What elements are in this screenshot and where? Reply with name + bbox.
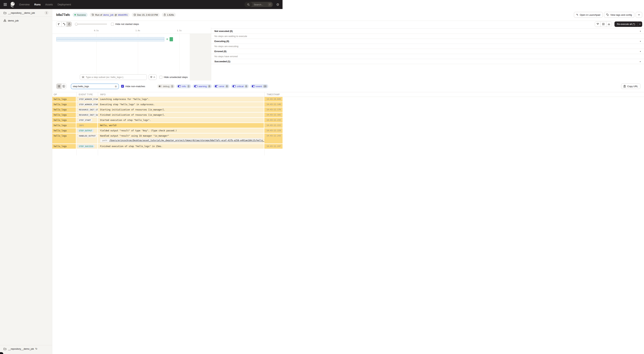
sidebar-repo-header[interactable]: __repository__demo_job 1 bbox=[0, 9, 52, 17]
log-row[interactable]: hello_logsSTEP_OUTPUTYielded output "res… bbox=[52, 128, 282, 133]
hide-not-started-checkbox[interactable]: Hide not started steps bbox=[111, 23, 139, 26]
step-section-errored[interactable]: Errored (0)▾ bbox=[211, 49, 282, 54]
nav-link-overview[interactable]: Overview bbox=[19, 3, 30, 6]
step-status-panel: Not executed (0)▾No steps are waiting to… bbox=[211, 28, 282, 80]
log-row[interactable]: hello_logsSTEP_WORKER_STARTEDExecuting s… bbox=[52, 102, 282, 107]
log-row[interactable]: hello_logsRESOURCE_INIT_SUCC…Finished in… bbox=[52, 113, 282, 117]
structured-view-icon bbox=[62, 85, 65, 88]
clear-filter-icon[interactable]: ⊗ bbox=[114, 85, 117, 88]
log-level-error[interactable]: error0 bbox=[213, 84, 230, 88]
log-op-cell: hello_logs bbox=[52, 102, 76, 107]
log-info-cell: Launching subprocess for "hello_logs". bbox=[98, 97, 264, 102]
gear-icon[interactable]: ⚙ bbox=[276, 3, 279, 6]
nav-link-runs[interactable]: Runs bbox=[34, 3, 40, 6]
log-op-cell: hello_logs bbox=[52, 97, 76, 102]
log-row[interactable]: hello_logsINFOHello, world!14:43:12.222 bbox=[52, 123, 282, 128]
log-event-type-cell: RESOURCE_INIT_STAR… bbox=[76, 107, 98, 112]
log-level-info[interactable]: info1 bbox=[176, 84, 191, 88]
log-op-cell: hello_logs bbox=[52, 128, 76, 133]
stream-view-button[interactable] bbox=[56, 84, 61, 89]
log-timestamp-cell: 14:43:12.222 bbox=[264, 123, 282, 128]
graph-query-toggle-button[interactable] bbox=[149, 74, 156, 80]
log-message: Launching subprocess for "hello_logs". bbox=[100, 98, 262, 100]
step-section-executing[interactable]: Executing (0)▾ bbox=[211, 39, 282, 44]
log-op-cell: hello_logs bbox=[52, 113, 76, 117]
commit-link[interactable]: b6eb0f91 bbox=[118, 14, 128, 16]
structured-view-button[interactable] bbox=[61, 84, 66, 89]
hide-unselected-label: Hide unselected steps bbox=[164, 76, 188, 79]
log-row[interactable]: hello_logsSTEP_WORKER_STARTI…Launching s… bbox=[52, 97, 282, 102]
log-event-type-cell: RESOURCE_INIT_SUCC… bbox=[76, 113, 98, 117]
log-level-critical[interactable]: critical0 bbox=[231, 84, 249, 88]
log-level-label: info bbox=[182, 85, 186, 88]
log-level-warning[interactable]: warning0 bbox=[192, 84, 212, 88]
gantt-flat-view-button[interactable] bbox=[56, 22, 62, 27]
folder-icon bbox=[4, 12, 6, 14]
metadata-path-link[interactable]: /Users/erincochran/Desktop/asset_tutoria… bbox=[110, 139, 278, 142]
checkbox-unchecked-icon[interactable] bbox=[111, 23, 114, 26]
event-type-pill: STEP_SUCCESS bbox=[78, 145, 94, 148]
step-section-message: No steps are executing bbox=[211, 44, 282, 49]
step-waiting-line bbox=[57, 39, 164, 39]
log-level-label: warning bbox=[198, 85, 207, 88]
history-icon bbox=[92, 14, 94, 16]
step-subset-input[interactable] bbox=[86, 76, 145, 79]
nav-link-assets[interactable]: Assets bbox=[45, 3, 53, 6]
axis-tick: 0.5s bbox=[93, 29, 100, 32]
stopwatch-icon bbox=[164, 14, 166, 16]
log-filter-input[interactable] bbox=[73, 85, 114, 88]
log-info-cell: Finished initialization of resources [io… bbox=[98, 113, 264, 117]
main-nav: OverviewRunsAssetsDeployment bbox=[19, 3, 71, 6]
log-message: Finished initialization of resources [io… bbox=[100, 114, 262, 116]
log-timestamp-cell: 14:43:12.181 bbox=[264, 113, 282, 117]
nav-right: Search... / ⚙ bbox=[244, 2, 279, 7]
log-message: Started execution of step "hello_logs". bbox=[100, 119, 262, 121]
checkbox-unchecked-icon[interactable] bbox=[160, 76, 162, 79]
gantt-step-bar-hello-logs[interactable] bbox=[170, 37, 173, 41]
nav-link-deployment[interactable]: Deployment bbox=[58, 3, 71, 6]
step-subset-input-wrap bbox=[80, 74, 147, 80]
toggle-knob bbox=[196, 86, 197, 87]
global-search-input[interactable]: Search... / bbox=[244, 2, 273, 7]
log-view-toggle-group bbox=[56, 84, 66, 89]
log-message: Starting initialization of resources [io… bbox=[100, 108, 262, 111]
event-type-label: INFO bbox=[78, 124, 84, 127]
log-level-count-badge: 1 bbox=[171, 85, 174, 88]
gantt-zoom-slider[interactable] bbox=[75, 23, 107, 26]
gantt-waterfall-view-button[interactable] bbox=[62, 22, 66, 27]
after-run-region bbox=[190, 34, 211, 80]
job-link[interactable]: demo_job bbox=[103, 14, 114, 16]
hide-unselected-checkbox[interactable]: Hide unselected steps bbox=[160, 76, 188, 79]
log-row[interactable]: hello_logsRESOURCE_INIT_STAR…Starting in… bbox=[52, 107, 282, 112]
metadata-path-box: path/Users/erincochran/Desktop/asset_tut… bbox=[100, 138, 262, 142]
log-level-label: debug bbox=[163, 85, 170, 88]
log-level-debug[interactable]: debug1 bbox=[157, 84, 175, 88]
log-event-type-cell: STEP_WORKER_STARTI… bbox=[76, 97, 98, 102]
job-graph-icon bbox=[4, 19, 6, 22]
timer-icon bbox=[68, 23, 70, 26]
log-row[interactable]: hello_logsHANDLED_OUTPUTHandled output "… bbox=[52, 133, 282, 143]
log-row[interactable]: hello_logsSTEP_STARTStarted execution of… bbox=[52, 118, 282, 122]
menu-icon[interactable] bbox=[4, 3, 7, 6]
log-level-label: critical bbox=[237, 85, 244, 88]
step-section-title: Executing (0) bbox=[214, 40, 229, 43]
hide-non-matches-checkbox[interactable]: ✓ Hide non-matches bbox=[121, 85, 145, 88]
event-type-pill: HANDLED_OUTPUT bbox=[78, 134, 97, 137]
sidebar-item-demo-job[interactable]: demo_job bbox=[0, 17, 52, 24]
step-section-succeeded[interactable]: Succeeded (1)▸ bbox=[211, 59, 282, 64]
dagster-logo-icon[interactable] bbox=[10, 2, 16, 8]
step-marker-icon bbox=[166, 39, 168, 40]
log-event-type-cell: HANDLED_OUTPUT bbox=[76, 133, 98, 143]
job-name: demo_job bbox=[8, 19, 18, 22]
log-level-label: event bbox=[256, 85, 262, 88]
log-row[interactable]: hello_logsSTEP_SUCCESSFinished execution… bbox=[52, 144, 282, 149]
slider-handle[interactable] bbox=[75, 23, 78, 26]
checkbox-checked-icon[interactable]: ✓ bbox=[121, 85, 124, 88]
toggle-knob bbox=[234, 86, 236, 87]
gantt-view-mode-group bbox=[56, 22, 72, 27]
waterfall-gantt-icon bbox=[63, 23, 66, 26]
step-section-not-executed[interactable]: Not executed (0)▾ bbox=[211, 29, 282, 34]
op-selector-icon bbox=[82, 76, 84, 79]
log-level-event[interactable]: event16 bbox=[250, 84, 268, 88]
gantt-timed-view-button[interactable] bbox=[66, 22, 72, 27]
